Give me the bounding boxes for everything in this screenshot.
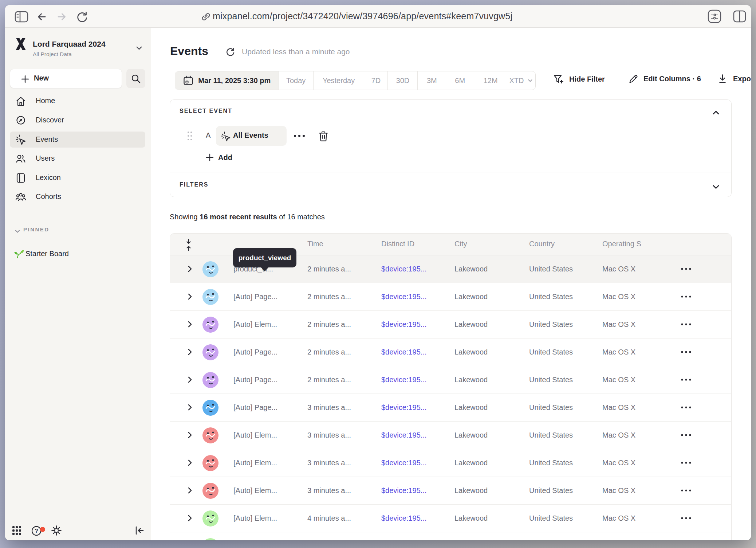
sidebar-item-lexicon[interactable]: Lexicon bbox=[10, 170, 145, 186]
row-distinct-id[interactable]: $device:195... bbox=[381, 431, 427, 439]
row-distinct-id[interactable]: $device:195... bbox=[381, 348, 427, 356]
range-yesterday[interactable]: Yesterday bbox=[314, 71, 365, 90]
drag-handle-icon[interactable] bbox=[186, 130, 193, 141]
range-30d[interactable]: 30D bbox=[388, 71, 418, 90]
pinned-chevron-icon[interactable] bbox=[14, 228, 21, 235]
row-distinct-id[interactable]: $device:195... bbox=[381, 265, 427, 273]
expand-row-icon[interactable] bbox=[185, 402, 195, 412]
range-3m[interactable]: 3M bbox=[418, 71, 446, 90]
row-distinct-id[interactable]: $device:195... bbox=[381, 376, 427, 384]
row-menu-icon[interactable] bbox=[679, 349, 695, 355]
table-row[interactable]: [Auto] Elem... 4 minutes a... $device:19… bbox=[170, 505, 731, 532]
expand-section-icon[interactable] bbox=[711, 182, 721, 192]
project-switcher-chevron-icon[interactable] bbox=[135, 44, 143, 52]
hide-filter-label: Hide Filter bbox=[569, 75, 605, 83]
range-12m[interactable]: 12M bbox=[474, 71, 507, 90]
hide-filter-button[interactable]: Hide Filter bbox=[552, 73, 605, 85]
row-menu-icon[interactable] bbox=[679, 516, 695, 521]
expand-row-icon[interactable] bbox=[185, 264, 195, 274]
table-row[interactable]: [Auto] Page... 3 minutes a... $device:19… bbox=[170, 394, 731, 422]
range-6m[interactable]: 6M bbox=[446, 71, 474, 90]
table-row[interactable] bbox=[170, 532, 731, 540]
add-event-button[interactable]: Add bbox=[205, 152, 249, 166]
row-country: United States bbox=[529, 265, 573, 273]
range-7d[interactable]: 7D bbox=[364, 71, 388, 90]
row-distinct-id[interactable]: $device:195... bbox=[381, 293, 427, 301]
select-event-label: SELECT EVENT bbox=[180, 108, 232, 114]
row-distinct-id[interactable]: $device:195... bbox=[381, 486, 427, 495]
row-menu-icon[interactable] bbox=[679, 322, 695, 327]
row-menu-icon[interactable] bbox=[679, 294, 695, 299]
apps-grid-icon[interactable] bbox=[12, 525, 22, 536]
collapse-sidebar-icon[interactable] bbox=[134, 525, 145, 536]
page-settings-icon[interactable] bbox=[707, 9, 722, 23]
col-header-os[interactable]: Operating S bbox=[602, 240, 641, 248]
sidebar-item-events[interactable]: Events bbox=[10, 132, 145, 148]
pinned-section-label[interactable]: PINNED bbox=[23, 226, 50, 232]
plus-icon bbox=[20, 74, 30, 84]
back-icon[interactable] bbox=[35, 10, 48, 23]
table-row[interactable]: [Auto] Elem... 3 minutes a... $device:19… bbox=[170, 449, 731, 477]
table-row[interactable]: [Auto] Page... 2 minutes a... $device:19… bbox=[170, 338, 731, 366]
table-row[interactable]: [Auto] Page... 2 minutes a... $device:19… bbox=[170, 366, 731, 394]
refresh-icon[interactable] bbox=[225, 47, 235, 57]
collapse-section-icon[interactable] bbox=[711, 108, 721, 117]
col-header-time[interactable]: Time bbox=[307, 240, 323, 248]
sidebar-toggle-icon[interactable] bbox=[15, 11, 28, 23]
row-distinct-id[interactable]: $device:195... bbox=[381, 514, 427, 522]
svg-text:?: ? bbox=[35, 528, 38, 534]
row-menu-icon[interactable] bbox=[679, 488, 695, 493]
table-row[interactable]: [Auto] Elem... 3 minutes a... $device:19… bbox=[170, 477, 731, 505]
col-header-city[interactable]: City bbox=[454, 240, 467, 248]
expand-row-icon[interactable] bbox=[185, 347, 195, 357]
sidebar-item-discover[interactable]: Discover bbox=[10, 112, 145, 128]
col-header-country[interactable]: Country bbox=[529, 240, 555, 248]
expand-row-icon[interactable] bbox=[185, 485, 195, 496]
expand-row-icon[interactable] bbox=[185, 430, 195, 440]
export-button[interactable]: Export bbox=[717, 73, 751, 85]
expand-row-icon[interactable] bbox=[185, 375, 195, 385]
row-distinct-id[interactable]: $device:195... bbox=[381, 459, 427, 467]
reload-icon[interactable] bbox=[75, 10, 89, 24]
sidebar: Lord Farquaad 2024 All Project Data New … bbox=[5, 28, 151, 540]
range-xtd[interactable]: XTD bbox=[507, 71, 535, 90]
expand-row-icon[interactable] bbox=[185, 319, 195, 329]
split-view-icon[interactable] bbox=[733, 10, 747, 23]
new-button[interactable]: New bbox=[10, 69, 122, 88]
row-city: Lakewood bbox=[454, 348, 488, 356]
sidebar-item-starter-board[interactable]: Starter Board bbox=[10, 246, 145, 262]
event-options-icon[interactable] bbox=[292, 133, 306, 138]
event-selector-chip[interactable]: All Events bbox=[216, 126, 287, 146]
search-button[interactable] bbox=[126, 69, 145, 88]
expand-row-icon[interactable] bbox=[185, 458, 195, 468]
expand-row-icon[interactable] bbox=[185, 291, 195, 302]
range-today[interactable]: Today bbox=[279, 71, 314, 90]
table-row[interactable]: [Auto] Page... 2 minutes a... $device:19… bbox=[170, 283, 731, 311]
sort-icon[interactable] bbox=[185, 238, 193, 251]
table-row[interactable]: [Auto] Elem... 2 minutes a... $device:19… bbox=[170, 311, 731, 338]
forward-icon[interactable] bbox=[55, 10, 68, 23]
row-event: [Auto] Elem... bbox=[233, 320, 277, 329]
date-range-current[interactable]: Mar 11, 2025 3:30 pm bbox=[175, 71, 279, 90]
row-menu-icon[interactable] bbox=[679, 460, 695, 465]
sidebar-item-cohorts[interactable]: Cohorts bbox=[10, 189, 145, 205]
row-menu-icon[interactable] bbox=[679, 432, 695, 438]
card-divider bbox=[170, 172, 731, 172]
sidebar-item-home[interactable]: Home bbox=[10, 93, 145, 109]
gear-icon[interactable] bbox=[51, 525, 62, 536]
row-city: Lakewood bbox=[454, 403, 488, 412]
row-distinct-id[interactable]: $device:195... bbox=[381, 403, 427, 412]
row-menu-icon[interactable] bbox=[679, 377, 695, 382]
row-menu-icon[interactable] bbox=[679, 266, 695, 271]
col-header-distinct-id[interactable]: Distinct ID bbox=[381, 240, 414, 248]
row-avatar bbox=[202, 261, 218, 277]
row-distinct-id[interactable]: $device:195... bbox=[381, 320, 427, 329]
url-bar[interactable]: mixpanel.com/project/3472420/view/397469… bbox=[213, 11, 512, 21]
expand-row-icon[interactable] bbox=[185, 513, 195, 523]
sidebar-item-users[interactable]: Users bbox=[10, 150, 145, 167]
mixpanel-logo bbox=[15, 37, 27, 51]
edit-columns-button[interactable]: Edit Columns · 6 bbox=[627, 73, 701, 85]
row-menu-icon[interactable] bbox=[679, 405, 695, 410]
table-row[interactable]: [Auto] Elem... 3 minutes a... $device:19… bbox=[170, 422, 731, 449]
delete-event-icon[interactable] bbox=[317, 130, 330, 143]
